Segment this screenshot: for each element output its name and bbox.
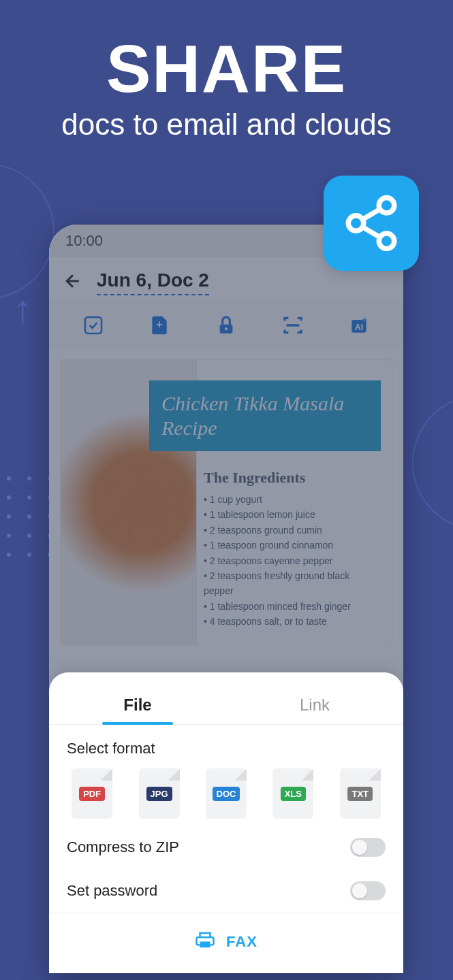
fax-button[interactable]: FAX bbox=[49, 913, 403, 973]
ingredient-item: 2 teaspoons ground cumin bbox=[204, 523, 381, 538]
scan-icon[interactable] bbox=[279, 312, 307, 339]
decorative-circle bbox=[0, 163, 54, 299]
svg-point-2 bbox=[379, 233, 394, 249]
format-badge: TXT bbox=[347, 787, 373, 801]
file-icon: JPG bbox=[139, 768, 180, 819]
format-badge: XLS bbox=[281, 787, 306, 801]
format-pdf[interactable]: PDF bbox=[72, 768, 112, 819]
svg-point-0 bbox=[379, 198, 394, 214]
svg-line-4 bbox=[362, 227, 380, 238]
document-title[interactable]: Jun 6, Doc 2 bbox=[97, 270, 209, 295]
tab-file[interactable]: File bbox=[49, 686, 226, 724]
lock-icon[interactable] bbox=[213, 312, 240, 339]
recipe-title-banner: Chicken Tikka Masala Recipe bbox=[149, 380, 381, 451]
ingredient-item: 1 tablespoon minced fresh ginger bbox=[204, 599, 381, 614]
hero-title: SHARE bbox=[0, 31, 453, 108]
ingredient-item: 1 tablespoon lemon juice bbox=[204, 507, 381, 522]
svg-line-3 bbox=[362, 209, 380, 219]
back-icon[interactable] bbox=[63, 271, 83, 294]
format-xls[interactable]: XLS bbox=[272, 768, 313, 819]
file-icon: PDF bbox=[72, 768, 112, 819]
svg-text:AI: AI bbox=[355, 323, 363, 332]
file-icon: DOC bbox=[206, 768, 247, 819]
format-badge: PDF bbox=[79, 787, 105, 801]
ingredients-heading: The Ingredients bbox=[204, 469, 381, 487]
checkbox-icon[interactable] bbox=[80, 312, 107, 339]
ingredient-item: 1 cup yogurt bbox=[204, 492, 381, 507]
ingredient-item: 1 teaspoon ground cinnamon bbox=[204, 538, 381, 553]
set-password-row: Set password bbox=[49, 869, 403, 913]
format-txt[interactable]: TXT bbox=[340, 768, 381, 819]
file-icon: XLS bbox=[272, 768, 313, 819]
decorative-circle bbox=[412, 395, 453, 531]
ingredient-item: 2 teaspoons freshly ground black pepper bbox=[204, 568, 381, 599]
set-password-label: Set password bbox=[67, 882, 157, 900]
compress-zip-row: Compress to ZIP bbox=[49, 826, 403, 869]
sheet-tabs: File Link bbox=[49, 686, 403, 725]
format-badge: DOC bbox=[213, 787, 240, 801]
hero-subtitle: docs to email and clouds bbox=[0, 108, 453, 142]
recipe-body: The Ingredients 1 cup yogurt 1 tablespoo… bbox=[204, 469, 381, 630]
svg-rect-13 bbox=[200, 942, 210, 948]
svg-point-9 bbox=[225, 327, 228, 330]
ingredient-item: 4 teaspoons salt, or to taste bbox=[204, 614, 381, 629]
document-preview[interactable]: Chicken Tikka Masala Recipe The Ingredie… bbox=[60, 359, 392, 645]
decorative-arrow-icon: ↑ bbox=[12, 286, 33, 333]
format-row: PDF JPG DOC XLS TXT bbox=[49, 768, 403, 826]
format-doc[interactable]: DOC bbox=[206, 768, 247, 819]
compress-zip-label: Compress to ZIP bbox=[67, 838, 179, 856]
add-page-icon[interactable]: + bbox=[146, 312, 173, 339]
phone-mockup: 10:00 Jun 6, Doc 2 + AI Chicken Tikka Ma… bbox=[49, 225, 403, 973]
svg-rect-6 bbox=[85, 317, 101, 333]
share-icon bbox=[324, 176, 419, 271]
ingredients-list: 1 cup yogurt 1 tablespoon lemon juice 2 … bbox=[204, 492, 381, 630]
file-icon: TXT bbox=[340, 768, 381, 819]
ingredient-item: 2 teaspoons cayenne pepper bbox=[204, 553, 381, 568]
format-badge: JPG bbox=[146, 787, 172, 801]
decorative-dots bbox=[7, 476, 53, 557]
svg-point-1 bbox=[348, 216, 364, 231]
fax-label: FAX bbox=[226, 933, 257, 951]
share-sheet: File Link Select format PDF JPG DOC XLS … bbox=[49, 672, 403, 973]
format-jpg[interactable]: JPG bbox=[139, 768, 180, 819]
printer-icon bbox=[195, 930, 215, 954]
tab-link[interactable]: Link bbox=[226, 686, 403, 724]
toolbar: + AI bbox=[49, 302, 403, 348]
set-password-toggle[interactable] bbox=[350, 881, 386, 900]
select-format-label: Select format bbox=[49, 725, 403, 768]
svg-text:+: + bbox=[157, 318, 163, 330]
ai-icon[interactable]: AI bbox=[345, 312, 373, 339]
compress-zip-toggle[interactable] bbox=[350, 838, 386, 857]
status-time: 10:00 bbox=[65, 232, 103, 250]
